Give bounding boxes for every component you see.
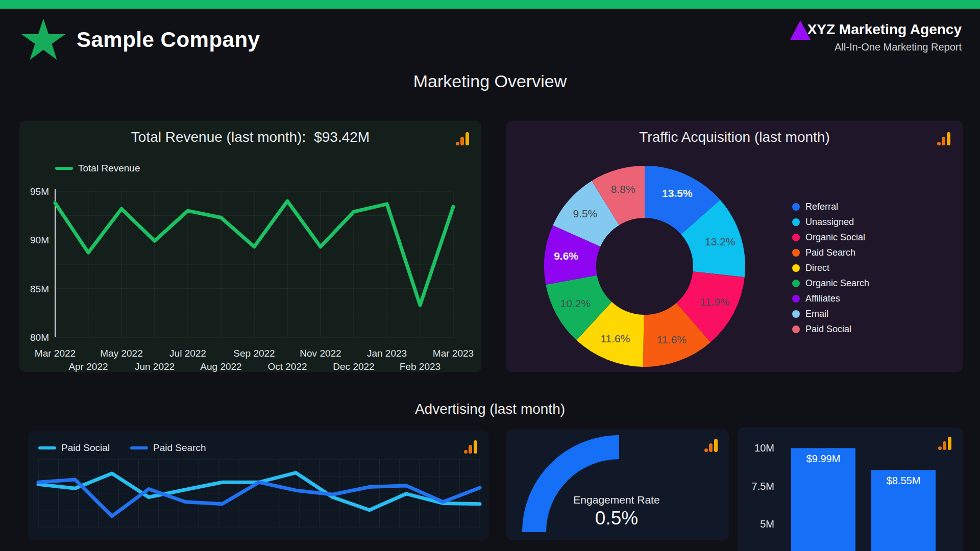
traffic-legend-item[interactable]: Paid Search bbox=[792, 247, 869, 258]
legend-dot bbox=[792, 295, 800, 303]
donut-slice-percentage: 8.8% bbox=[611, 183, 635, 195]
company-star-logo bbox=[21, 18, 65, 61]
traffic-donut-chart[interactable]: 13.5%13.2%11.9%11.6%11.6%10.2%9.6%9.5%8.… bbox=[506, 121, 963, 372]
x-axis-tick: Nov 2022 bbox=[300, 348, 341, 359]
legend-dot bbox=[792, 280, 800, 287]
x-axis-tick: Mar 2023 bbox=[433, 348, 474, 359]
total-revenue-line-chart[interactable]: 95M90M85M80MMar 2022Apr 2022May 2022Jun … bbox=[19, 121, 481, 372]
traffic-legend-item[interactable]: Direct bbox=[792, 263, 869, 273]
donut-slice-percentage: 10.2% bbox=[560, 297, 591, 309]
agency-name: XYZ Marketing Agency bbox=[807, 21, 962, 38]
x-axis-tick: Oct 2022 bbox=[267, 361, 307, 372]
donut-slice-percentage: 13.2% bbox=[705, 236, 736, 247]
y-axis-tick: 80M bbox=[30, 332, 49, 343]
x-axis-tick: Aug 2022 bbox=[200, 361, 241, 372]
legend-dot bbox=[792, 310, 800, 318]
legend-dot bbox=[792, 264, 800, 272]
y-axis-tick: 90M bbox=[30, 235, 49, 245]
legend-dot bbox=[792, 249, 800, 257]
advertising-line-chart[interactable] bbox=[28, 431, 488, 540]
engagement-rate-panel: Engagement Rate 0.5% bbox=[506, 430, 729, 540]
legend-dot bbox=[792, 234, 800, 241]
legend-label: Organic Social bbox=[805, 232, 865, 243]
legend-label: Paid Search bbox=[805, 247, 855, 258]
x-axis-tick: Apr 2022 bbox=[68, 361, 108, 372]
page-title: Marketing Overview bbox=[0, 71, 980, 91]
legend-label: Affiliates bbox=[805, 293, 840, 304]
traffic-legend-item[interactable]: Unassigned bbox=[792, 217, 869, 228]
x-axis-tick: Sep 2022 bbox=[233, 348, 275, 359]
traffic-legend: ReferralUnassignedOrganic SocialPaid Sea… bbox=[792, 202, 869, 339]
legend-label: Email bbox=[805, 309, 828, 319]
bar-y-axis-tick: 10M bbox=[754, 442, 774, 454]
donut-slice-percentage: 9.5% bbox=[573, 208, 597, 219]
traffic-acquisition-panel: Traffic Acquisition (last month) 13.5%13… bbox=[506, 121, 963, 372]
x-axis-tick: Feb 2023 bbox=[400, 361, 440, 372]
donut-slice-percentage: 13.5% bbox=[662, 187, 693, 199]
total-revenue-panel: Total Revenue (last month): $93.42M Tota… bbox=[19, 121, 481, 372]
donut-slice-percentage: 11.6% bbox=[600, 333, 630, 344]
x-axis-tick: Jul 2022 bbox=[169, 348, 206, 359]
advertising-section-title: Advertising (last month) bbox=[0, 401, 980, 417]
traffic-legend-item[interactable]: Referral bbox=[792, 202, 869, 212]
dashboard-page: Sample Company XYZ Marketing Agency All-… bbox=[0, 0, 980, 551]
bar-value-label: $8.55M bbox=[887, 475, 921, 486]
advertising-lines-panel: Paid Social Paid Search bbox=[28, 431, 488, 540]
legend-label: Unassigned bbox=[805, 217, 854, 228]
legend-dot bbox=[792, 218, 800, 226]
engagement-rate-value: 0.5% bbox=[555, 508, 678, 529]
traffic-legend-item[interactable]: Affiliates bbox=[792, 293, 869, 304]
legend-label: Direct bbox=[805, 263, 829, 273]
x-axis-tick: Jan 2023 bbox=[367, 348, 407, 359]
bar-value-label: $9.99M bbox=[806, 453, 841, 464]
legend-dot bbox=[792, 203, 800, 211]
y-axis-tick: 95M bbox=[30, 186, 49, 197]
top-accent-bar bbox=[0, 0, 980, 9]
agency-subtitle: All-In-One Marketing Report bbox=[807, 41, 962, 53]
traffic-legend-item[interactable]: Organic Search bbox=[792, 278, 869, 289]
legend-dot bbox=[792, 325, 800, 333]
x-axis-tick: Mar 2022 bbox=[35, 348, 76, 359]
donut-slice-percentage: 11.6% bbox=[657, 334, 687, 345]
traffic-legend-item[interactable]: Paid Social bbox=[792, 324, 869, 335]
ad-spend-bar-chart[interactable]: 10M7.5M5M$9.99M$8.55M bbox=[738, 428, 963, 551]
donut-slice-percentage: 9.6% bbox=[554, 250, 578, 262]
y-axis-tick: 85M bbox=[30, 284, 49, 294]
legend-label: Referral bbox=[805, 202, 838, 212]
traffic-legend-item[interactable]: Email bbox=[792, 309, 869, 319]
traffic-legend-item[interactable]: Organic Social bbox=[792, 232, 869, 243]
bar-y-axis-tick: 7.5M bbox=[752, 481, 774, 492]
legend-label: Organic Search bbox=[805, 278, 869, 289]
legend-label: Paid Social bbox=[805, 324, 851, 335]
x-axis-tick: Jun 2022 bbox=[135, 361, 175, 372]
bar-y-axis-tick: 5M bbox=[760, 518, 774, 530]
company-name: Sample Company bbox=[77, 28, 260, 52]
x-axis-tick: May 2022 bbox=[100, 348, 142, 359]
x-axis-tick: Dec 2022 bbox=[333, 361, 374, 372]
ad-spend-bars-panel: 10M7.5M5M$9.99M$8.55M bbox=[738, 428, 963, 551]
donut-slice-percentage: 11.9% bbox=[700, 296, 729, 308]
engagement-rate-label: Engagement Rate bbox=[555, 494, 678, 506]
